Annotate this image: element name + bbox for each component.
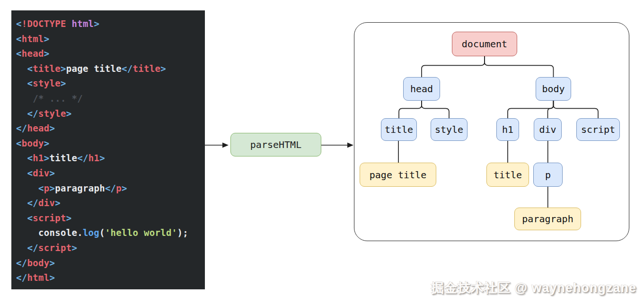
code-line: /* ... */ xyxy=(16,91,205,106)
code-token-bracket: </ xyxy=(77,153,88,163)
code-token-bracket: </ xyxy=(27,243,38,253)
code-token-tag: title xyxy=(133,63,161,74)
code-line: </html> xyxy=(16,270,205,286)
code-token-text: ( xyxy=(99,227,105,238)
tree-node-title: title xyxy=(381,118,417,141)
code-token-bracket: < xyxy=(27,168,33,178)
tree-node-label: script xyxy=(581,124,615,135)
parsehtml-box: parseHTML xyxy=(230,133,321,156)
code-line: <title>page title</title> xyxy=(16,61,205,77)
tree-node-style: style xyxy=(431,118,468,141)
code-line: </head> xyxy=(16,121,205,136)
code-token-text xyxy=(16,213,27,223)
code-token-bracket: < xyxy=(27,213,33,223)
code-token-tag: p xyxy=(116,183,122,193)
watermark: 掘金技术社区 @ waynehongzane xyxy=(431,279,636,296)
code-token-bracket: </ xyxy=(27,198,38,208)
code-token-bracket: > xyxy=(61,63,66,74)
code-token-text xyxy=(16,198,27,208)
code-token-bracket: > xyxy=(94,18,99,29)
code-token-bracket: > xyxy=(71,243,77,253)
code-line: <head> xyxy=(16,46,205,61)
tree-node-label: document xyxy=(462,38,507,50)
code-token-tag: body xyxy=(27,258,49,268)
tree-node-head: head xyxy=(403,77,440,101)
tree-node-div: div xyxy=(534,118,562,141)
code-token-bracket: < xyxy=(27,78,33,88)
code-token-text xyxy=(16,153,27,163)
code-token-bracket: < xyxy=(27,63,33,74)
canvas: <!DOCTYPE html><html><head> <title>page … xyxy=(0,0,644,304)
code-token-text: title xyxy=(49,153,77,163)
code-token-tag: h1 xyxy=(88,153,99,163)
code-token-text xyxy=(16,63,27,74)
code-token-text xyxy=(16,183,38,193)
code-token-text xyxy=(16,243,27,253)
code-token-bracket: < xyxy=(16,34,22,44)
tree-node-label: div xyxy=(539,124,556,135)
code-token-tag: html xyxy=(22,34,44,44)
tree-node-page-title: page title xyxy=(360,163,436,187)
tree-node-title-text: title xyxy=(486,163,529,187)
code-token-tag: div xyxy=(38,198,55,208)
code-token-text xyxy=(16,168,27,178)
code-token-bracket: </ xyxy=(122,63,132,74)
code-token-tag: style xyxy=(33,78,61,88)
code-token-bracket: < xyxy=(16,48,22,59)
code-token-bracket: > xyxy=(44,34,50,44)
code-token-bracket: </ xyxy=(16,123,27,133)
code-token-string: 'hello world' xyxy=(105,227,177,238)
code-line: <!DOCTYPE html> xyxy=(16,17,205,32)
code-token-tag: h1 xyxy=(33,153,44,163)
code-line: <p>paragraph</p> xyxy=(16,181,205,196)
code-line: console.log('hello world'); xyxy=(16,226,205,241)
code-token-purple: html xyxy=(71,18,94,29)
code-line: <h1>title</h1> xyxy=(16,151,205,166)
code-token-comment: /* ... */ xyxy=(16,93,83,104)
tree-node-document: document xyxy=(452,32,517,56)
tree-node-label: head xyxy=(410,83,433,95)
code-token-bracket: < xyxy=(16,18,22,29)
code-token-tag: script xyxy=(38,243,71,253)
arrow-code-to-parser-head xyxy=(222,143,229,148)
code-token-bracket: </ xyxy=(16,272,27,283)
parsehtml-label: parseHTML xyxy=(250,139,301,150)
code-token-tag: body xyxy=(22,138,44,148)
code-token-bracket: > xyxy=(44,138,50,148)
code-token-tag: div xyxy=(33,168,49,178)
code-token-bracket: > xyxy=(49,123,55,133)
code-token-tag: head xyxy=(22,48,44,59)
code-line: <style> xyxy=(16,76,205,91)
tree-node-label: style xyxy=(435,124,463,135)
code-token-tag: p xyxy=(44,183,50,193)
code-token-text: page title xyxy=(66,63,122,74)
arrow-parser-to-tree-head xyxy=(347,143,353,148)
tree-node-paragraph: paragraph xyxy=(514,208,581,230)
code-token-tag: style xyxy=(38,108,66,119)
code-line: </style> xyxy=(16,106,205,122)
code-token-bracket: </ xyxy=(16,258,27,268)
code-token-bracket: > xyxy=(99,153,105,163)
code-token-function: log xyxy=(83,227,99,238)
code-token-bracket: < xyxy=(38,183,44,193)
code-line: <body> xyxy=(16,136,205,151)
code-token-bracket: > xyxy=(66,213,72,223)
code-token-bracket: > xyxy=(61,78,66,88)
code-line: </div> xyxy=(16,196,205,211)
code-token-bracket: > xyxy=(49,272,55,283)
code-token-bracket: < xyxy=(16,138,22,148)
code-line: </script> xyxy=(16,241,205,256)
tree-node-label: body xyxy=(542,83,565,95)
code-token-tag: title xyxy=(33,63,61,74)
tree-node-label: title xyxy=(385,124,413,135)
code-token-text: ); xyxy=(177,227,188,238)
code-token-tag: script xyxy=(33,213,66,223)
code-token-tag: !DOCTYPE xyxy=(22,18,72,29)
code-token-bracket: > xyxy=(49,183,55,193)
tree-node-label: p xyxy=(545,169,551,181)
tree-node-p: p xyxy=(533,163,563,187)
code-token-bracket: < xyxy=(27,153,33,163)
code-token-text xyxy=(16,78,27,88)
code-token-bracket: > xyxy=(55,198,61,208)
code-token-bracket: </ xyxy=(27,108,38,119)
